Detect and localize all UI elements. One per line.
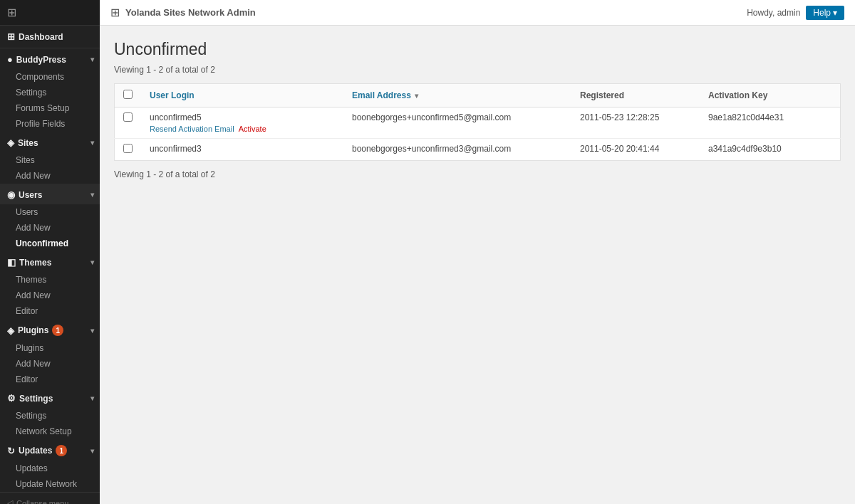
row2-user-login: unconfirmed3 <box>141 139 343 161</box>
select-all-checkbox[interactable] <box>123 90 133 99</box>
row1-registered: 2011-05-23 12:28:25 <box>571 107 700 139</box>
row2-activation-key: a341a9c4df9e3b10 <box>700 139 841 161</box>
sidebar-logo: ⊞ <box>0 0 100 26</box>
row2-checkbox[interactable] <box>123 144 133 153</box>
sidebar-section-sites-label: Sites <box>18 138 38 148</box>
users-icon: ◉ <box>7 189 15 200</box>
sidebar-item-network-setup[interactable]: Network Setup <box>0 424 100 439</box>
updates-icon: ↻ <box>7 446 15 456</box>
plugins-badge: 1 <box>52 325 63 336</box>
settings-icon: ⚙ <box>7 393 16 404</box>
sidebar-item-themes-add-new[interactable]: Add New <box>0 288 100 303</box>
col-header-email: Email Address ▾ <box>343 84 571 107</box>
users-arrow-icon: ▾ <box>90 191 94 199</box>
col-header-cb <box>115 84 142 107</box>
sidebar-item-unconfirmed[interactable]: Unconfirmed <box>0 236 100 251</box>
col-header-user-login: User Login <box>141 84 343 107</box>
sidebar-section-settings[interactable]: ⚙ Settings ▾ <box>0 387 100 408</box>
buddypress-arrow-icon: ▾ <box>90 56 94 63</box>
collapse-icon: ◁ <box>7 498 13 504</box>
sidebar-item-profile-fields[interactable]: Profile Fields <box>0 116 100 132</box>
sidebar-section-buddypress-label: BuddyPress <box>16 55 66 65</box>
sidebar-item-users-add-new[interactable]: Add New <box>0 220 100 236</box>
email-sort-icon: ▾ <box>415 92 418 100</box>
collapse-label: Collapse menu <box>16 499 68 505</box>
row1-user-login: unconfirmed5 Resend Activation Email Act… <box>141 107 343 139</box>
collapse-menu-button[interactable]: ◁ Collapse menu <box>0 492 100 504</box>
sidebar-section-plugins[interactable]: ◈ Plugins 1 ▾ <box>0 319 100 340</box>
sidebar-section-updates[interactable]: ↻ Updates 1 ▾ <box>0 439 100 461</box>
topbar: ⊞ Yolanda Sites Network Admin Howdy, adm… <box>100 0 855 26</box>
activation-key-col-label: Activation Key <box>708 90 767 100</box>
email-sort-link[interactable]: Email Address ▾ <box>352 90 418 100</box>
row1-checkbox[interactable] <box>123 112 133 122</box>
row2-email: boonebgorges+unconfirmed3@gmail.com <box>343 139 571 161</box>
sites-icon: ◈ <box>7 137 14 148</box>
updates-arrow-icon: ▾ <box>90 447 94 455</box>
sites-arrow-icon: ▾ <box>90 139 94 147</box>
sidebar: ⊞ ⊞ Dashboard ● BuddyPress ▾ Components … <box>0 0 100 504</box>
sidebar-item-plugins[interactable]: Plugins <box>0 340 100 356</box>
content-area: Unconfirmed Viewing 1 - 2 of a total of … <box>100 26 855 504</box>
dashboard-icon: ⊞ <box>7 31 15 42</box>
sidebar-section-themes[interactable]: ◧ Themes ▾ <box>0 251 100 272</box>
topbar-left: ⊞ Yolanda Sites Network Admin <box>110 6 256 19</box>
resend-activation-email-link[interactable]: Resend Activation Email <box>150 125 234 133</box>
topbar-site-name: Yolanda Sites Network Admin <box>125 7 256 18</box>
sidebar-section-sites[interactable]: ◈ Sites ▾ <box>0 132 100 152</box>
sidebar-item-plugins-editor[interactable]: Editor <box>0 372 100 387</box>
row1-email: boonebgorges+unconfirmed5@gmail.com <box>343 107 571 139</box>
buddypress-icon: ● <box>7 54 13 65</box>
page-title: Unconfirmed <box>114 40 841 59</box>
plugins-icon: ◈ <box>7 325 14 336</box>
sidebar-section-users[interactable]: ◉ Users ▾ <box>0 184 100 204</box>
topbar-right: Howdy, admin Help ▾ <box>747 6 844 20</box>
sidebar-dashboard-label: Dashboard <box>19 32 63 42</box>
table-row: unconfirmed5 Resend Activation Email Act… <box>115 107 841 139</box>
help-button[interactable]: Help ▾ <box>806 6 844 20</box>
sidebar-section-buddypress[interactable]: ● BuddyPress ▾ <box>0 48 100 69</box>
sidebar-section-users-label: Users <box>19 190 42 200</box>
activate-link[interactable]: Activate <box>239 125 266 133</box>
sidebar-item-settings-bp[interactable]: Settings <box>0 85 100 100</box>
sidebar-section-plugins-label: Plugins <box>18 325 48 335</box>
viewing-top-text: Viewing 1 - 2 of a total of 2 <box>114 65 841 75</box>
sidebar-item-sites[interactable]: Sites <box>0 152 100 168</box>
themes-arrow-icon: ▾ <box>90 258 94 266</box>
sidebar-item-plugins-add-new[interactable]: Add New <box>0 356 100 372</box>
topbar-howdy: Howdy, admin <box>747 8 800 18</box>
sidebar-item-forums-setup[interactable]: Forums Setup <box>0 100 100 116</box>
viewing-bottom-text: Viewing 1 - 2 of a total of 2 <box>114 169 841 179</box>
sidebar-item-update-network[interactable]: Update Network <box>0 476 100 492</box>
wp-logo-icon: ⊞ <box>7 6 16 19</box>
registered-col-label: Registered <box>580 90 624 100</box>
sidebar-section-themes-label: Themes <box>19 258 51 268</box>
updates-badge: 1 <box>56 445 67 456</box>
col-header-registered: Registered <box>571 84 700 107</box>
table-row: unconfirmed3 boonebgorges+unconfirmed3@g… <box>115 139 841 161</box>
row2-cb <box>115 139 142 161</box>
themes-icon: ◧ <box>7 257 16 268</box>
row1-activation-key: 9ae1a821c0d44e31 <box>700 107 841 139</box>
sidebar-item-themes-editor[interactable]: Editor <box>0 303 100 319</box>
unconfirmed-table: User Login Email Address ▾ Registered Ac… <box>114 83 841 161</box>
row2-registered: 2011-05-20 20:41:44 <box>571 139 700 161</box>
sidebar-item-updates[interactable]: Updates <box>0 461 100 476</box>
topbar-wp-icon: ⊞ <box>110 6 120 19</box>
row1-cb <box>115 107 142 139</box>
sidebar-item-sites-add-new[interactable]: Add New <box>0 168 100 184</box>
sidebar-item-components[interactable]: Components <box>0 69 100 85</box>
sidebar-item-settings[interactable]: Settings <box>0 408 100 424</box>
row1-actions: Resend Activation Email Activate <box>150 125 335 133</box>
sidebar-section-settings-label: Settings <box>19 394 53 404</box>
sidebar-section-updates-label: Updates <box>19 446 52 456</box>
sidebar-item-users[interactable]: Users <box>0 204 100 220</box>
plugins-arrow-icon: ▾ <box>90 327 94 335</box>
help-label: Help <box>813 8 831 18</box>
sidebar-item-themes[interactable]: Themes <box>0 272 100 288</box>
email-col-label: Email Address <box>352 90 411 100</box>
settings-arrow-icon: ▾ <box>90 394 94 402</box>
main-area: ⊞ Yolanda Sites Network Admin Howdy, adm… <box>100 0 855 504</box>
sidebar-item-dashboard[interactable]: ⊞ Dashboard <box>0 26 100 48</box>
user-login-sort-link[interactable]: User Login <box>150 90 195 100</box>
